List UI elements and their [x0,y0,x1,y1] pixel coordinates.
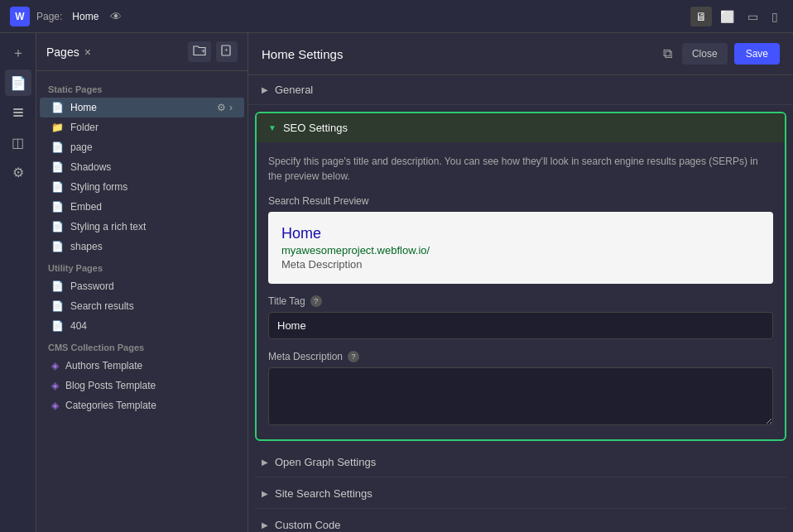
custom-code-arrow-icon: ▶ [262,520,268,530]
device-switcher: 🖥 ⬜ ▭ ▯ [690,7,783,26]
page-item-home[interactable]: 📄 Home ⚙ › [40,98,244,117]
og-section: ▶ Open Graph Settings [248,448,793,477]
page-item-styling-forms[interactable]: 📄 Styling forms [40,177,244,197]
page-file-icon-6: 📄 [51,221,64,232]
current-page-name: Home [72,11,99,22]
meta-desc-field-label: Meta Description ? [268,351,773,362]
custom-code-accordion-header[interactable]: ▶ Custom Code [255,510,786,532]
meta-description-input[interactable] [268,367,773,425]
og-section-title: Open Graph Settings [275,456,376,468]
desktop-device-btn[interactable]: 🖥 [690,7,712,26]
custom-code-section: ▶ Custom Code [248,510,793,532]
site-search-arrow-icon: ▶ [262,489,268,498]
page-file-icon-5: 📄 [51,201,64,213]
page-name-shadows: Shadows [70,161,233,173]
general-arrow-icon: ▶ [262,85,268,94]
page-item-embed[interactable]: 📄 Embed [40,197,244,217]
add-page-btn[interactable]: + [216,41,238,62]
home-page-settings-icon[interactable]: ⚙ [217,102,226,113]
page-item-folder[interactable]: 📁 Folder [40,117,244,137]
page-file-icon-10: 📄 [51,320,64,332]
cms-page-icon-3: ◈ [51,400,59,411]
cms-pages-label: CMS Collection Pages [36,336,248,356]
page-item-blog-posts-template[interactable]: ◈ Blog Posts Template [40,376,244,395]
title-tag-help-icon[interactable]: ? [310,295,322,307]
seo-description-text: Specify this page's title and descriptio… [268,154,773,184]
svg-rect-2 [13,115,23,117]
page-name-search-results: Search results [70,300,233,312]
pages-list: Static Pages 📄 Home ⚙ › 📁 Folder 📄 page … [36,71,248,532]
general-section: ▶ General [248,75,793,105]
page-name-password: Password [70,280,233,292]
preview-icon[interactable]: 👁 [110,10,122,23]
page-item-password[interactable]: 📄 Password [40,276,244,296]
page-item-shadows[interactable]: 📄 Shadows [40,157,244,177]
close-settings-btn[interactable]: Close [682,43,728,65]
svg-rect-0 [13,108,23,110]
settings-panel: Home Settings ⧉ Close Save ▶ General ▼ S… [248,33,793,532]
tablet-device-btn[interactable]: ⬜ [715,7,739,26]
duplicate-page-btn[interactable]: ⧉ [660,43,675,65]
static-pages-label: Static Pages [36,78,248,98]
top-bar: W Page: Home 👁 🖥 ⬜ ▭ ▯ [0,0,793,33]
settings-content: ▶ General ▼ SEO Settings Specify this pa… [248,75,793,532]
page-file-icon-7: 📄 [51,241,64,252]
page-name-home: Home [70,102,210,113]
utility-pages-label: Utility Pages [36,256,248,276]
seo-section: ▼ SEO Settings Specify this page's title… [255,112,786,441]
page-item-authors-template[interactable]: ◈ Authors Template [40,356,244,376]
page-item-styling-rich-text[interactable]: 📄 Styling a rich text [40,217,244,237]
page-name-blog-posts-template: Blog Posts Template [65,380,233,391]
general-accordion-header[interactable]: ▶ General [248,75,793,104]
page-item-search-results[interactable]: 📄 Search results [40,296,244,316]
mobile-portrait-device-btn[interactable]: ▯ [767,7,783,26]
svg-text:+: + [224,46,228,54]
page-file-icon-8: 📄 [51,280,64,292]
serp-url: myawesomeproject.webflow.io/ [281,244,760,256]
home-page-expand-icon[interactable]: › [229,102,233,113]
page-item-page[interactable]: 📄 page [40,137,244,157]
page-name-embed: Embed [70,201,233,213]
seo-section-title: SEO Settings [283,122,348,134]
page-item-404[interactable]: 📄 404 [40,316,244,336]
cms-page-icon-1: ◈ [51,360,59,371]
page-item-shapes[interactable]: 📄 shapes [40,237,244,256]
page-name-404: 404 [70,320,233,332]
page-file-icon-3: 📄 [51,161,64,173]
cms-page-icon-2: ◈ [51,380,59,391]
site-search-accordion-header[interactable]: ▶ Site Search Settings [255,479,786,509]
title-tag-field-label: Title Tag ? [268,295,773,307]
page-file-icon-2: 📄 [51,141,64,153]
save-settings-btn[interactable]: Save [734,43,780,65]
settings-btn[interactable]: ⚙ [5,159,31,185]
custom-code-section-title: Custom Code [275,519,340,531]
close-pages-btn[interactable]: × [84,46,91,59]
og-accordion-header[interactable]: ▶ Open Graph Settings [255,448,786,477]
pages-panel-title: Pages [46,46,79,59]
site-search-section-title: Site Search Settings [275,487,372,500]
title-tag-input[interactable] [268,312,773,339]
page-name-authors-template: Authors Template [65,360,233,371]
components-btn[interactable]: ◫ [5,129,31,156]
svg-rect-1 [13,112,23,113]
mobile-landscape-device-btn[interactable]: ▭ [743,7,763,26]
og-arrow-icon: ▶ [262,458,268,467]
add-folder-btn[interactable]: + [188,41,211,62]
layers-btn[interactable] [5,99,31,126]
icon-sidebar: ＋ 📄 ◫ ⚙ [0,33,36,532]
settings-header-actions: ⧉ Close Save [660,43,780,65]
pages-btn[interactable]: 📄 [5,69,31,96]
seo-arrow-icon: ▼ [268,123,276,132]
general-section-title: General [275,84,313,96]
page-file-icon-9: 📄 [51,300,64,312]
add-element-btn[interactable]: ＋ [5,40,31,66]
page-name-styling-forms: Styling forms [70,181,233,193]
page-item-categories-template[interactable]: ◈ Categories Template [40,395,244,415]
meta-desc-help-icon[interactable]: ? [348,351,359,362]
serp-preview: Home myawesomeproject.webflow.io/ Meta D… [268,212,773,284]
serp-title: Home [281,225,760,242]
page-name-folder: Folder [70,122,233,133]
settings-header: Home Settings ⧉ Close Save [248,33,793,75]
seo-accordion-header[interactable]: ▼ SEO Settings [257,113,785,142]
main-area: ＋ 📄 ◫ ⚙ Pages × + [0,33,793,532]
